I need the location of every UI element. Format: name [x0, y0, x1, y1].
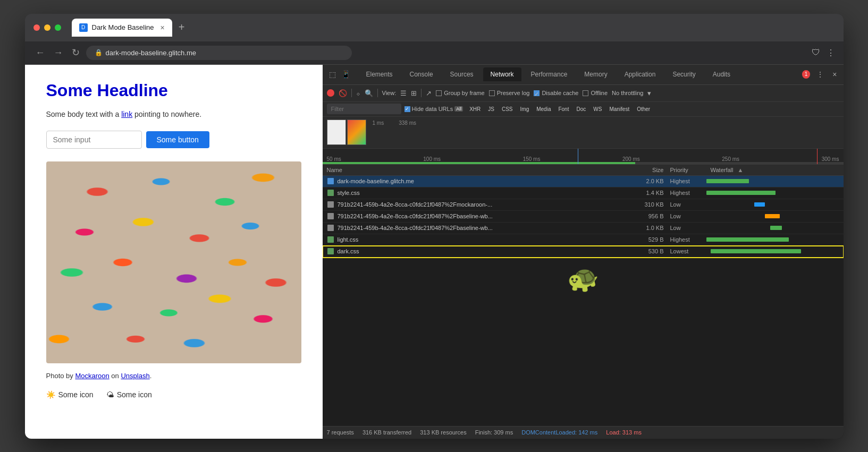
tab-audits[interactable]: Audits	[705, 67, 738, 81]
throttling-dropdown-icon[interactable]: ▾	[647, 89, 651, 97]
filter-font[interactable]: Font	[555, 106, 572, 113]
view-list-icon[interactable]: ☰	[400, 89, 407, 97]
preserve-log-option[interactable]: Preserve log	[489, 90, 530, 96]
row-size-1: 2.0 KB	[621, 178, 664, 184]
unsplash-link[interactable]: Unsplash	[121, 372, 149, 380]
active-tab[interactable]: D Dark Mode Baseline ×	[72, 19, 172, 37]
ruler-250ms: 250 ms	[722, 156, 739, 162]
webpage-panel: Some Headline Some body text with a link…	[25, 65, 323, 439]
waterfall-bar-7	[711, 249, 801, 253]
group-by-frame-option[interactable]: Group by frame	[436, 90, 484, 96]
row-waterfall-2	[706, 189, 839, 198]
col-size-header[interactable]: Size	[621, 167, 664, 173]
new-tab-button[interactable]: +	[174, 21, 189, 33]
filter-other[interactable]: Other	[634, 106, 653, 113]
group-by-frame-checkbox[interactable]	[436, 90, 442, 96]
filter-js[interactable]: JS	[485, 106, 498, 113]
page-icons: ☀️ Some icon 🌤 Some icon	[46, 390, 301, 399]
filter-doc[interactable]: Doc	[573, 106, 589, 113]
col-waterfall-header[interactable]: Waterfall ▲	[706, 167, 839, 173]
clear-button[interactable]: 🚫	[339, 89, 347, 97]
col-name-header[interactable]: Name	[327, 167, 621, 173]
maximize-button[interactable]	[55, 24, 61, 31]
file-icon-other-2	[327, 212, 334, 220]
row-waterfall-5	[706, 224, 839, 233]
hide-data-urls-label: Hide data URLs	[412, 106, 453, 112]
offline-checkbox[interactable]	[583, 90, 588, 96]
table-row[interactable]: 791b2241-459b-4a2e-8cca-c0fdc21f0487%2Fb…	[323, 211, 844, 223]
some-button[interactable]: Some button	[146, 131, 209, 148]
filter-type-buttons: XHR JS CSS Img Media Font Doc WS Manifes…	[466, 106, 653, 113]
filmstrip-frame-blank[interactable]	[327, 120, 346, 145]
record-button[interactable]	[327, 89, 334, 97]
devtools-more-icon[interactable]: ⋮	[814, 69, 826, 80]
hide-data-urls-checkbox[interactable]: ✓	[404, 106, 410, 112]
close-button[interactable]	[33, 24, 40, 31]
disable-cache-option[interactable]: ✓ Disable cache	[534, 90, 578, 96]
filmstrip-timestamp-2: 338 ms	[399, 119, 416, 126]
extensions-icon[interactable]: 🛡	[812, 48, 820, 57]
filter-icon[interactable]: ⬦	[356, 89, 360, 97]
forward-button[interactable]: →	[52, 45, 65, 61]
file-icon-html	[327, 177, 334, 185]
back-button[interactable]: ←	[33, 45, 47, 61]
disable-cache-label: Disable cache	[542, 90, 578, 96]
tab-console[interactable]: Console	[402, 67, 441, 81]
tab-performance[interactable]: Performance	[524, 67, 575, 81]
inspect-icon[interactable]: ⬚	[327, 69, 338, 80]
table-row[interactable]: light.css 529 B Highest	[323, 234, 844, 246]
cursor-icon[interactable]: ↗	[426, 89, 432, 97]
separator-2	[377, 89, 378, 97]
filter-media[interactable]: Media	[533, 106, 554, 113]
offline-option[interactable]: Offline	[583, 90, 608, 96]
tab-security[interactable]: Security	[665, 67, 703, 81]
filter-img[interactable]: Img	[517, 106, 533, 113]
waterfall-bar-5	[770, 226, 782, 230]
disable-cache-checkbox[interactable]: ✓	[534, 90, 540, 96]
tab-memory[interactable]: Memory	[577, 67, 614, 81]
table-row[interactable]: dark-mode-baseline.glitch.me 2.0 KB High…	[323, 176, 844, 187]
tab-elements[interactable]: Elements	[359, 67, 400, 81]
photo-credit: Photo by Mockaroon on Unsplash.	[46, 372, 301, 380]
body-link[interactable]: link	[121, 110, 132, 118]
address-field[interactable]: 🔒 dark-mode-baseline.glitch.me	[86, 46, 352, 60]
tab-close-button[interactable]: ×	[161, 23, 165, 32]
row-priority-5: Low	[664, 225, 706, 231]
devtools-close-button[interactable]: ×	[830, 69, 839, 80]
filter-ws[interactable]: WS	[590, 106, 605, 113]
preserve-log-checkbox[interactable]	[489, 90, 495, 96]
minimize-button[interactable]	[44, 24, 50, 31]
menu-icon[interactable]: ⋮	[827, 48, 835, 58]
refresh-button[interactable]: ↻	[70, 45, 82, 61]
table-row[interactable]: 791b2241-459b-4a2e-8cca-c0fdc21f0487%2Fb…	[323, 223, 844, 234]
row-size-5: 1.0 KB	[621, 225, 664, 231]
device-icon[interactable]: 📱	[339, 69, 352, 80]
filter-css[interactable]: CSS	[499, 106, 516, 113]
page-form: Some button	[46, 131, 301, 149]
col-priority-header[interactable]: Priority	[664, 167, 706, 173]
view-large-icon[interactable]: ⊞	[411, 89, 417, 97]
filter-manifest[interactable]: Manifest	[606, 106, 633, 113]
waterfall-bar-1	[706, 179, 749, 183]
tab-network[interactable]: Network	[483, 67, 521, 81]
search-icon[interactable]: 🔍	[365, 89, 373, 97]
row-priority-6: Highest	[664, 236, 706, 243]
separator-3	[421, 89, 422, 97]
tab-application[interactable]: Application	[617, 67, 663, 81]
mockaroon-link[interactable]: Mockaroon	[75, 372, 109, 380]
icon-item-1: ☀️ Some icon	[46, 390, 94, 399]
photo-credit-after: .	[150, 372, 152, 380]
hide-data-urls-toggle[interactable]: ✓ Hide data URLs All	[404, 106, 464, 112]
ruler-150ms: 150 ms	[523, 156, 541, 162]
devtools-panel: ⬚ 📱 Elements Console Sources Network Per…	[323, 65, 844, 439]
some-input[interactable]	[46, 131, 142, 149]
filmstrip-frame-colored[interactable]	[347, 120, 366, 145]
filter-input[interactable]	[327, 104, 401, 114]
table-row[interactable]: dark.css 530 B Lowest	[323, 246, 844, 258]
table-row[interactable]: 791b2241-459b-4a2e-8cca-c0fdc21f0487%2Fm…	[323, 199, 844, 211]
tab-sources[interactable]: Sources	[443, 67, 481, 81]
filter-xhr[interactable]: XHR	[466, 106, 484, 113]
ruler-300ms: 300 ms	[822, 156, 839, 162]
status-load: Load: 313 ms	[606, 429, 642, 436]
table-row[interactable]: style.css 1.4 KB Highest	[323, 187, 844, 199]
